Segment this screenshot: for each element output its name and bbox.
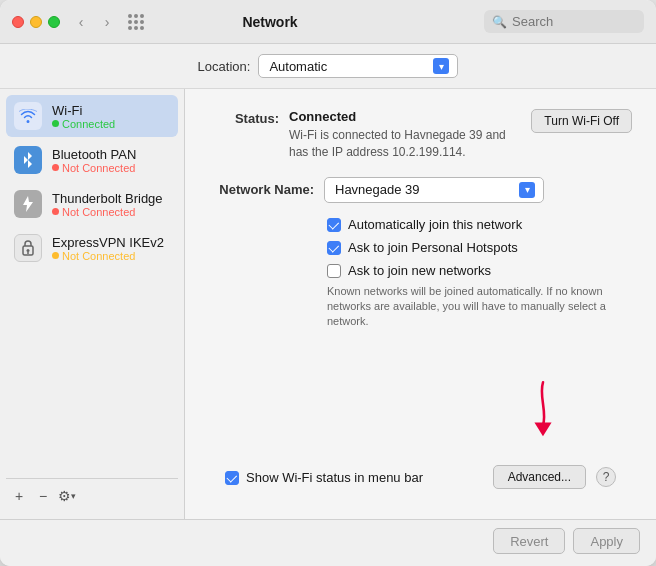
- close-button[interactable]: [12, 16, 24, 28]
- revert-button[interactable]: Revert: [493, 528, 565, 554]
- known-networks-note: Known networks will be joined automatica…: [209, 284, 632, 330]
- new-networks-checkbox[interactable]: [327, 264, 341, 278]
- show-wifi-label: Show Wi-Fi status in menu bar: [246, 470, 423, 485]
- bluetooth-status: Not Connected: [52, 162, 136, 174]
- bluetooth-name: Bluetooth PAN: [52, 147, 136, 162]
- sidebar-items: Wi-Fi Connected Blue: [6, 95, 178, 474]
- vpn-status: Not Connected: [52, 250, 164, 262]
- thunderbolt-icon: [14, 190, 42, 218]
- action-buttons-row: Revert Apply: [0, 519, 656, 566]
- search-box[interactable]: 🔍: [484, 10, 644, 33]
- main-content: Wi-Fi Connected Blue: [0, 89, 656, 519]
- vpn-status-dot: [52, 252, 59, 259]
- help-button[interactable]: ?: [596, 467, 616, 487]
- sidebar-item-wifi[interactable]: Wi-Fi Connected: [6, 95, 178, 137]
- thunderbolt-name: Thunderbolt Bridge: [52, 191, 163, 206]
- chevron-down-icon: ▾: [433, 58, 449, 74]
- new-networks-label: Ask to join new networks: [348, 263, 491, 278]
- wifi-status-dot: [52, 120, 59, 127]
- checkbox-new-networks: Ask to join new networks: [327, 263, 632, 278]
- bottom-bar: Show Wi-Fi status in menu bar Advanced..…: [209, 455, 632, 499]
- detail-panel: Status: Connected Wi-Fi is connected to …: [185, 89, 656, 519]
- network-name-row: Network Name: Havnegade 39 ▾: [209, 177, 632, 203]
- minimize-button[interactable]: [30, 16, 42, 28]
- apply-button[interactable]: Apply: [573, 528, 640, 554]
- personal-hotspots-checkbox[interactable]: [327, 241, 341, 255]
- advanced-button[interactable]: Advanced...: [493, 465, 586, 489]
- detail-wrapper: Status: Connected Wi-Fi is connected to …: [185, 89, 656, 519]
- thunderbolt-status: Not Connected: [52, 206, 163, 218]
- checkboxes-area: Automatically join this network Ask to j…: [209, 217, 632, 278]
- network-name-label: Network Name:: [209, 182, 324, 197]
- bluetooth-icon: [14, 146, 42, 174]
- auto-join-label: Automatically join this network: [348, 217, 522, 232]
- checkbox-auto-join: Automatically join this network: [327, 217, 632, 232]
- thunderbolt-item-info: Thunderbolt Bridge Not Connected: [52, 191, 163, 218]
- show-wifi-checkbox[interactable]: [225, 471, 239, 485]
- remove-network-button[interactable]: −: [32, 485, 54, 507]
- turn-wifi-off-button[interactable]: Turn Wi-Fi Off: [531, 109, 632, 133]
- sidebar: Wi-Fi Connected Blue: [0, 89, 185, 519]
- wifi-status: Connected: [52, 118, 115, 130]
- svg-point-1: [27, 249, 30, 252]
- gear-icon: ⚙: [58, 488, 71, 504]
- status-label: Status:: [209, 109, 289, 126]
- vpn-name: ExpressVPN IKEv2: [52, 235, 164, 250]
- bluetooth-item-info: Bluetooth PAN Not Connected: [52, 147, 136, 174]
- vpn-item-info: ExpressVPN IKEv2 Not Connected: [52, 235, 164, 262]
- traffic-lights: [12, 16, 60, 28]
- network-chevron-icon: ▾: [519, 182, 535, 198]
- network-preferences-window: ‹ › Network 🔍 Location: Automatic ▾: [0, 0, 656, 566]
- checkbox-personal-hotspots: Ask to join Personal Hotspots: [327, 240, 632, 255]
- personal-hotspots-label: Ask to join Personal Hotspots: [348, 240, 518, 255]
- location-value: Automatic: [269, 59, 427, 74]
- location-bar: Location: Automatic ▾: [0, 44, 656, 89]
- status-row: Status: Connected Wi-Fi is connected to …: [209, 109, 632, 161]
- sidebar-item-bluetooth[interactable]: Bluetooth PAN Not Connected: [6, 139, 178, 181]
- status-value: Connected: [289, 109, 356, 124]
- bluetooth-status-dot: [52, 164, 59, 171]
- network-name-value: Havnegade 39: [335, 182, 513, 197]
- sidebar-item-vpn[interactable]: ExpressVPN IKEv2 Not Connected: [6, 227, 178, 269]
- network-settings-button[interactable]: ⚙ ▾: [56, 485, 78, 507]
- vpn-icon: [14, 234, 42, 262]
- sidebar-footer: + − ⚙ ▾: [6, 478, 178, 513]
- status-description: Wi-Fi is connected to Havnegade 39 and h…: [289, 127, 521, 161]
- chevron-down-icon: ▾: [71, 491, 76, 501]
- titlebar: ‹ › Network 🔍: [0, 0, 656, 44]
- location-select[interactable]: Automatic ▾: [258, 54, 458, 78]
- network-name-select[interactable]: Havnegade 39 ▾: [324, 177, 544, 203]
- search-input[interactable]: [512, 14, 636, 29]
- status-info: Connected Wi-Fi is connected to Havnegad…: [289, 109, 521, 161]
- wifi-icon: [14, 102, 42, 130]
- wifi-item-info: Wi-Fi Connected: [52, 103, 115, 130]
- window-title: Network: [56, 14, 484, 30]
- location-label: Location:: [198, 59, 251, 74]
- add-network-button[interactable]: +: [8, 485, 30, 507]
- auto-join-checkbox[interactable]: [327, 218, 341, 232]
- sidebar-item-thunderbolt[interactable]: Thunderbolt Bridge Not Connected: [6, 183, 178, 225]
- thunderbolt-status-dot: [52, 208, 59, 215]
- show-wifi-row: Show Wi-Fi status in menu bar: [225, 470, 423, 485]
- search-icon: 🔍: [492, 15, 507, 29]
- wifi-name: Wi-Fi: [52, 103, 115, 118]
